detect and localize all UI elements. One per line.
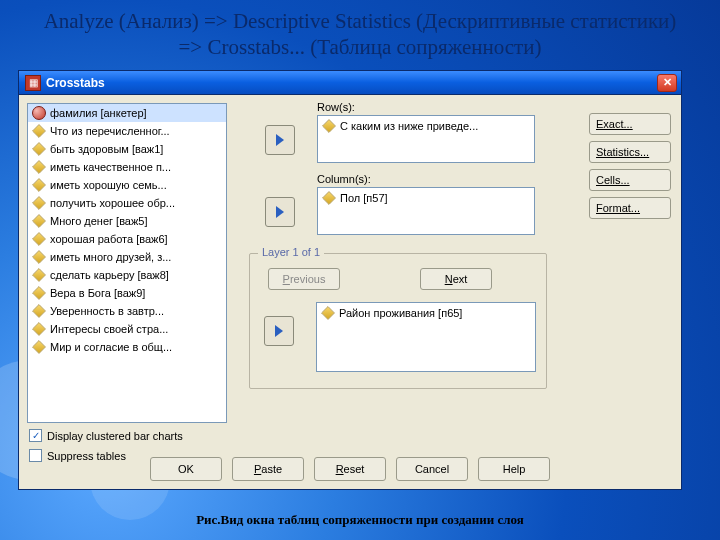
figure-caption: Рис.Вид окна таблиц сопряженности при со… (0, 512, 720, 528)
list-item-label: Много денег [важ5] (50, 215, 148, 227)
list-item[interactable]: хорошая работа [важ6] (28, 230, 226, 248)
help-button[interactable]: Help (478, 457, 550, 481)
list-item-label: Район проживания [п65] (339, 307, 462, 319)
list-item-label: Интересы своей стра... (50, 323, 168, 335)
columns-label: Column(s): (317, 173, 371, 185)
layer-legend: Layer 1 of 1 (258, 246, 324, 258)
list-item-label: Уверенность в завтр... (50, 305, 164, 317)
display-charts-checkbox[interactable]: ✓ (29, 429, 42, 442)
scale-icon (32, 286, 46, 300)
list-item[interactable]: Интересы своей стра... (28, 320, 226, 338)
slide-title: Analyze (Анализ) => Descriptive Statisti… (0, 0, 720, 65)
move-to-columns-button[interactable] (265, 197, 295, 227)
arrow-right-icon (272, 132, 288, 148)
svg-marker-2 (275, 325, 283, 337)
list-item[interactable]: Много денег [важ5] (28, 212, 226, 230)
layer-previous-button[interactable]: Previous (268, 268, 340, 290)
scale-icon (32, 214, 46, 228)
cancel-button[interactable]: Cancel (396, 457, 468, 481)
list-item-label: Вера в Бога [важ9] (50, 287, 145, 299)
button-row: OK Paste Reset Cancel Help (19, 457, 681, 481)
list-item[interactable]: иметь много друзей, з... (28, 248, 226, 266)
scale-icon (32, 178, 46, 192)
list-item-label: Пол [п57] (340, 192, 388, 204)
crosstabs-window: Crosstabs ✕ фамилия [анкетер]Что из пере… (18, 70, 682, 490)
scale-icon (32, 322, 46, 336)
statistics-button[interactable]: Statistics... (589, 141, 671, 163)
window-title: Crosstabs (46, 76, 657, 90)
arrow-right-icon (271, 323, 287, 339)
ok-button[interactable]: OK (150, 457, 222, 481)
scale-icon (322, 191, 336, 205)
list-item-label: Что из перечисленног... (50, 125, 170, 137)
move-to-rows-button[interactable] (265, 125, 295, 155)
display-charts-row[interactable]: ✓ Display clustered bar charts (29, 429, 183, 442)
list-item-label: С каким из ниже приведе... (340, 120, 478, 132)
list-item[interactable]: Уверенность в завтр... (28, 302, 226, 320)
cells-button[interactable]: Cells... (589, 169, 671, 191)
layer-group: Layer 1 of 1 Previous Next Район прожива… (249, 253, 547, 389)
columns-box[interactable]: Пол [п57] (317, 187, 535, 235)
list-item[interactable]: Мир и согласие в общ... (28, 338, 226, 356)
scale-icon (32, 250, 46, 264)
list-item-label: Мир и согласие в общ... (50, 341, 172, 353)
exact-button[interactable]: Exact... (589, 113, 671, 135)
list-item[interactable]: сделать карьеру [важ8] (28, 266, 226, 284)
list-item-label: хорошая работа [важ6] (50, 233, 168, 245)
app-icon (25, 75, 41, 91)
list-item-label: иметь качественное п... (50, 161, 171, 173)
list-item[interactable]: Вера в Бога [важ9] (28, 284, 226, 302)
scale-icon (32, 232, 46, 246)
rows-box[interactable]: С каким из ниже приведе... (317, 115, 535, 163)
list-item[interactable]: иметь качественное п... (28, 158, 226, 176)
list-item-label: получить хорошее обр... (50, 197, 175, 209)
reset-button[interactable]: Reset (314, 457, 386, 481)
paste-button[interactable]: Paste (232, 457, 304, 481)
scale-icon (322, 119, 336, 133)
move-to-layer-button[interactable] (264, 316, 294, 346)
layer-box[interactable]: Район проживания [п65] (316, 302, 536, 372)
rows-label: Row(s): (317, 101, 355, 113)
list-item[interactable]: фамилия [анкетер] (28, 104, 226, 122)
list-item[interactable]: иметь хорошую семь... (28, 176, 226, 194)
variable-list[interactable]: фамилия [анкетер]Что из перечисленног...… (27, 103, 227, 423)
scale-icon (321, 306, 335, 320)
scale-icon (32, 124, 46, 138)
scale-icon (32, 304, 46, 318)
list-item[interactable]: Пол [п57] (320, 190, 532, 206)
list-item[interactable]: Район проживания [п65] (319, 305, 533, 321)
scale-icon (32, 142, 46, 156)
format-button[interactable]: Format... (589, 197, 671, 219)
list-item[interactable]: С каким из ниже приведе... (320, 118, 532, 134)
arrow-right-icon (272, 204, 288, 220)
layer-next-button[interactable]: Next (420, 268, 492, 290)
close-button[interactable]: ✕ (657, 74, 677, 92)
scale-icon (32, 268, 46, 282)
scale-icon (32, 196, 46, 210)
nominal-icon (32, 106, 46, 120)
scale-icon (32, 340, 46, 354)
list-item-label: сделать карьеру [важ8] (50, 269, 169, 281)
dialog-client: фамилия [анкетер]Что из перечисленног...… (19, 95, 681, 489)
list-item[interactable]: Что из перечисленног... (28, 122, 226, 140)
svg-marker-0 (276, 134, 284, 146)
list-item-label: иметь много друзей, з... (50, 251, 171, 263)
scale-icon (32, 160, 46, 174)
list-item-label: фамилия [анкетер] (50, 107, 147, 119)
list-item-label: быть здоровым [важ1] (50, 143, 163, 155)
display-charts-label: Display clustered bar charts (47, 430, 183, 442)
titlebar[interactable]: Crosstabs ✕ (19, 71, 681, 95)
list-item[interactable]: получить хорошее обр... (28, 194, 226, 212)
svg-marker-1 (276, 206, 284, 218)
list-item-label: иметь хорошую семь... (50, 179, 167, 191)
list-item[interactable]: быть здоровым [важ1] (28, 140, 226, 158)
